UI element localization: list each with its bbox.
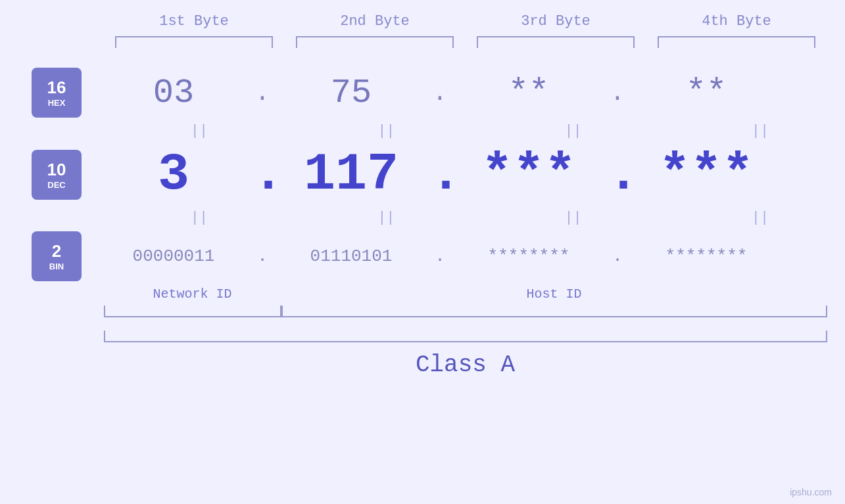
dec-values: 3 . 117 . *** . ***: [95, 145, 845, 204]
eq2-b3: ||: [495, 210, 652, 226]
eq2-b4: ||: [681, 210, 839, 226]
header-byte2: 2nd Byte: [296, 13, 454, 30]
bracket-host: [281, 306, 827, 317]
header-byte1: 1st Byte: [115, 13, 273, 30]
bin-b2: 01110101: [272, 246, 430, 266]
equals-row-1: || || || ||: [118, 118, 842, 145]
eq2-b1: ||: [120, 210, 278, 226]
hex-row: 16 HEX 03 . 75 . ** . **: [0, 68, 845, 118]
hex-badge-label: HEX: [48, 98, 66, 108]
bin-badge-label: BIN: [49, 262, 64, 271]
bracket-byte2: [296, 36, 454, 48]
eq1-b1: ||: [120, 123, 278, 139]
hex-b2: 75: [272, 74, 430, 112]
dec-b1: 3: [95, 145, 253, 204]
dec-dot2: .: [430, 145, 450, 204]
bin-b1: 00000011: [95, 246, 253, 266]
dec-badge-number: 10: [47, 160, 66, 180]
bottom-bracket-area: Network ID Host ID Class A: [104, 286, 827, 378]
hex-b3: **: [450, 74, 608, 112]
host-id-label-area: Host ID: [281, 286, 827, 302]
eq1-b3: ||: [495, 123, 652, 139]
dec-dot3: .: [608, 145, 627, 204]
dec-b3: ***: [450, 145, 608, 204]
top-brackets: [104, 36, 827, 48]
class-label-area: Class A: [104, 352, 827, 378]
dec-row: 10 DEC 3 . 117 . *** . ***: [0, 145, 845, 204]
bin-b4: ********: [627, 246, 785, 266]
dec-dot1: .: [253, 145, 272, 204]
bin-b3: ********: [450, 246, 608, 266]
eq2-b2: ||: [307, 210, 465, 226]
network-id-label: Network ID: [153, 286, 231, 302]
equals-row-2: || || || ||: [118, 204, 842, 231]
dec-b2: 117: [272, 145, 430, 204]
bottom-brackets: [104, 306, 827, 317]
host-id-label: Host ID: [526, 286, 581, 302]
bin-badge: 2 BIN: [32, 231, 82, 281]
bracket-full: [104, 331, 827, 342]
dec-b4: ***: [627, 145, 785, 204]
bracket-byte1: [115, 36, 273, 48]
hex-b1: 03: [95, 74, 253, 112]
bracket-network: [104, 306, 281, 317]
dec-badge-label: DEC: [47, 180, 65, 190]
eq1-b2: ||: [307, 123, 465, 139]
bracket-byte3: [477, 36, 635, 48]
bin-row: 2 BIN 00000011 . 01110101 . ******** .: [0, 231, 845, 281]
hex-b4: **: [627, 74, 785, 112]
byte-headers: 1st Byte 2nd Byte 3rd Byte 4th Byte: [104, 13, 827, 30]
dec-badge: 10 DEC: [32, 150, 82, 200]
hex-badge-number: 16: [47, 78, 66, 98]
watermark: ipshu.com: [790, 487, 832, 497]
bin-dot1: .: [253, 246, 272, 266]
bin-dot3: .: [608, 246, 627, 266]
main-container: 1st Byte 2nd Byte 3rd Byte 4th Byte 16 H…: [0, 0, 845, 504]
hex-dot2: .: [430, 79, 450, 107]
bin-values: 00000011 . 01110101 . ******** . *******…: [95, 246, 845, 266]
hex-values: 03 . 75 . ** . **: [95, 74, 845, 112]
network-id-label-area: Network ID: [104, 286, 281, 302]
hex-dot1: .: [253, 79, 272, 107]
class-label: Class A: [416, 352, 515, 378]
eq1-b4: ||: [681, 123, 839, 139]
bin-badge-number: 2: [52, 241, 61, 262]
header-byte3: 3rd Byte: [477, 13, 635, 30]
id-labels: Network ID Host ID: [104, 286, 827, 302]
bin-dot2: .: [430, 246, 450, 266]
hex-badge: 16 HEX: [32, 68, 82, 118]
bracket-byte4: [658, 36, 815, 48]
header-byte4: 4th Byte: [658, 13, 815, 30]
hex-dot3: .: [608, 79, 627, 107]
